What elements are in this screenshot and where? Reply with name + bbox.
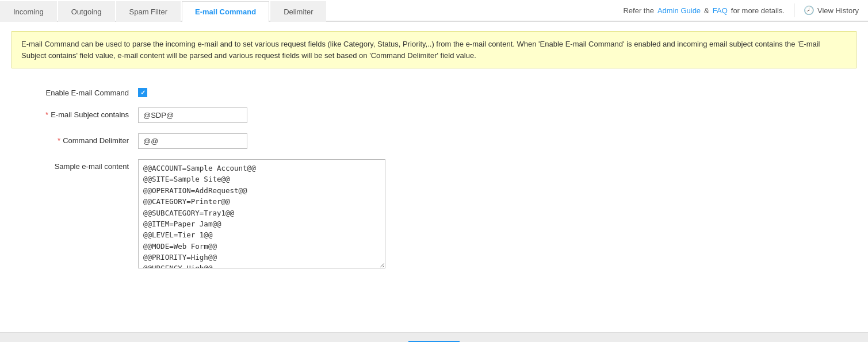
enable-label: Enable E-mail Command xyxy=(12,86,138,97)
refer-text: Refer the xyxy=(623,6,653,15)
sample-row: Sample e-mail content xyxy=(12,159,856,268)
enable-row: Enable E-mail Command xyxy=(12,86,856,97)
and-text: & xyxy=(704,6,709,15)
for-text: for more details. xyxy=(731,6,785,15)
sample-textarea[interactable] xyxy=(138,159,385,268)
tab-delimiter[interactable]: Delimiter xyxy=(270,1,326,22)
tab-outgoing[interactable]: Outgoing xyxy=(58,1,115,22)
delimiter-input[interactable] xyxy=(138,133,247,149)
save-bar: Save xyxy=(0,332,868,342)
subject-input[interactable] xyxy=(138,107,247,123)
header-right: Refer the Admin Guide & FAQ for more det… xyxy=(614,0,868,21)
view-history-label: View History xyxy=(817,6,859,15)
tab-incoming[interactable]: Incoming xyxy=(0,1,57,22)
subject-row: *E-mail Subject contains xyxy=(12,107,856,123)
delimiter-label: *Command Delimiter xyxy=(12,133,138,145)
delimiter-row: *Command Delimiter xyxy=(12,133,856,149)
subject-label: *E-mail Subject contains xyxy=(12,107,138,119)
view-history-button[interactable]: 🕗 View History xyxy=(804,5,859,16)
info-box: E-mail Command can be used to parse the … xyxy=(12,31,856,68)
enable-checkbox[interactable] xyxy=(138,88,147,97)
history-icon: 🕗 xyxy=(804,5,815,16)
tab-bar: Incoming Outgoing Spam Filter E-mail Com… xyxy=(0,0,868,22)
sample-label: Sample e-mail content xyxy=(12,159,138,171)
admin-guide-link[interactable]: Admin Guide xyxy=(657,6,701,15)
tab-email-command[interactable]: E-mail Command xyxy=(182,1,269,22)
faq-link[interactable]: FAQ xyxy=(713,6,728,15)
main-content: E-mail Command can be used to parse the … xyxy=(0,22,868,332)
delimiter-required: * xyxy=(58,136,60,145)
tab-spam-filter[interactable]: Spam Filter xyxy=(116,1,181,22)
info-box-text: E-mail Command can be used to parse the … xyxy=(21,40,820,60)
subject-required: * xyxy=(45,110,48,119)
form-section: Enable E-mail Command *E-mail Subject co… xyxy=(12,80,856,285)
vertical-divider xyxy=(794,3,794,17)
